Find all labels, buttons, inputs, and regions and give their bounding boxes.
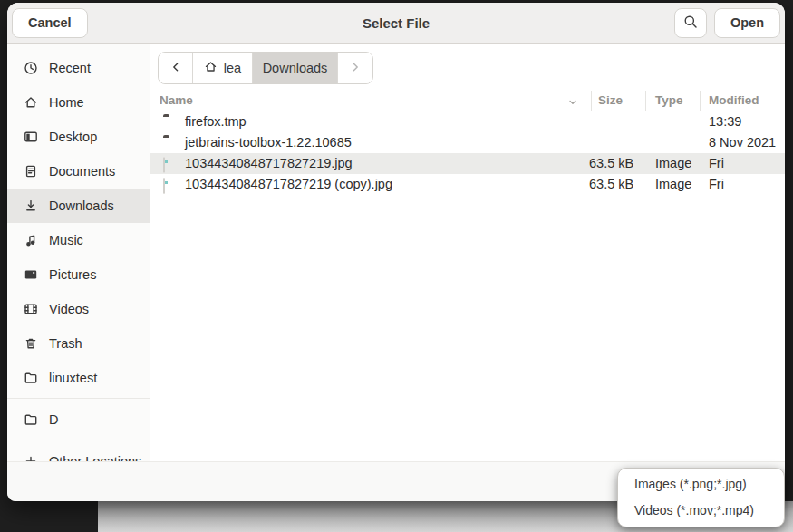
sidebar-item-music[interactable]: Music (7, 223, 150, 257)
sidebar-item-d[interactable]: D (7, 402, 150, 437)
file-filter-popup: Images (*.png;*.jpg) Videos (*.mov;*.mp4… (617, 468, 785, 527)
list-header: Name Size Type Modified (150, 91, 785, 111)
column-divider (591, 91, 592, 111)
sidebar-item-videos[interactable]: Videos (7, 292, 150, 326)
column-header-name[interactable]: Name (160, 91, 193, 111)
chevron-right-icon (349, 61, 362, 76)
sidebar-item-linuxtest[interactable]: linuxtest (7, 361, 150, 395)
sidebar-item-desktop[interactable]: Desktop (7, 120, 150, 154)
search-button[interactable] (674, 8, 707, 38)
sidebar-item-label: Desktop (49, 130, 97, 144)
sidebar-item-label: D (49, 412, 58, 427)
header-bar: Cancel Select File Open (7, 3, 785, 44)
content-pane: lea Downloads Name Size (150, 44, 785, 461)
file-modified: 8 Nov 2021 (709, 132, 776, 153)
sidebar-separator (7, 440, 150, 440)
sidebar-item-pictures[interactable]: Pictures (7, 257, 150, 292)
document-icon (24, 164, 38, 179)
filter-option-videos[interactable]: Videos (*.mov;*.mp4) (618, 498, 784, 524)
clock-icon (24, 61, 38, 75)
sidebar-item-label: Downloads (49, 198, 114, 213)
column-header-type[interactable]: Type (655, 91, 683, 111)
forward-button[interactable] (338, 53, 372, 83)
file-modified: Fri (709, 174, 724, 195)
sidebar-item-trash[interactable]: Trash (7, 326, 150, 361)
folder-icon (24, 371, 38, 385)
column-divider (700, 91, 701, 111)
sidebar-item-label: Recent (49, 61, 91, 75)
sidebar-item-label: Other Locations (49, 454, 141, 461)
open-button[interactable]: Open (714, 8, 780, 38)
path-bar: lea Downloads (158, 52, 373, 84)
music-note-icon (24, 233, 38, 247)
filter-option-images[interactable]: Images (*.png;*.jpg) (618, 471, 784, 498)
sidebar-item-downloads[interactable]: Downloads (7, 189, 150, 223)
file-list: firefox.tmp 13:39 jetbrains-toolbox-1.22… (150, 111, 785, 195)
file-row-selected[interactable]: 10344340848717827219.jpg 63.5 kB Image F… (150, 153, 785, 174)
file-name: 10344340848717827219.jpg (185, 153, 353, 174)
file-row[interactable]: jetbrains-toolbox-1.22.10685 8 Nov 2021 (150, 132, 785, 153)
column-header-modified[interactable]: Modified (709, 91, 759, 111)
file-chooser-dialog: Cancel Select File Open Recent (7, 3, 785, 501)
sidebar: Recent Home Desktop (7, 44, 150, 461)
cancel-button[interactable]: Cancel (12, 8, 88, 38)
folder-icon (24, 412, 38, 427)
path-segment-home[interactable]: lea (193, 53, 253, 83)
trash-icon (24, 336, 38, 351)
desktop-icon (24, 130, 38, 144)
home-icon (24, 95, 38, 110)
dialog-title: Select File (363, 15, 430, 31)
sidebar-item-documents[interactable]: Documents (7, 154, 150, 189)
picture-icon (24, 267, 38, 282)
column-header-size[interactable]: Size (598, 91, 623, 111)
path-segment-current[interactable]: Downloads (253, 53, 338, 83)
file-name: 10344340848717827219 (copy).jpg (185, 174, 392, 195)
download-icon (24, 198, 38, 213)
file-name: jetbrains-toolbox-1.22.10685 (185, 132, 352, 153)
file-size: 63.5 kB (589, 174, 633, 195)
file-name: firefox.tmp (185, 111, 247, 132)
home-icon (204, 60, 218, 76)
file-type: Image (655, 153, 691, 174)
sidebar-item-label: Home (49, 95, 84, 110)
plus-icon (24, 454, 38, 461)
search-icon (683, 15, 698, 32)
sidebar-item-label: Trash (49, 336, 82, 351)
sidebar-item-label: Music (49, 233, 83, 247)
sidebar-item-label: linuxtest (49, 371, 97, 385)
image-icon (163, 178, 165, 194)
file-modified: 13:39 (709, 111, 741, 132)
column-divider (645, 91, 646, 111)
screen: Cancel Select File Open Recent (0, 0, 793, 532)
sidebar-separator (7, 398, 150, 399)
dialog-body: Recent Home Desktop (7, 44, 785, 461)
file-row[interactable]: 10344340848717827219 (copy).jpg 63.5 kB … (150, 174, 785, 195)
sidebar-item-other-locations[interactable]: Other Locations (7, 444, 150, 461)
sidebar-item-label: Documents (49, 164, 115, 179)
image-icon (163, 157, 165, 173)
path-segment-label: lea (224, 61, 241, 75)
back-button[interactable] (159, 53, 193, 83)
sidebar-item-home[interactable]: Home (7, 85, 150, 120)
header-actions: Open (674, 8, 780, 38)
file-type: Image (655, 174, 691, 195)
chevron-left-icon (169, 61, 182, 76)
sidebar-item-recent[interactable]: Recent (7, 51, 150, 85)
sidebar-item-label: Pictures (49, 267, 96, 282)
file-size: 63.5 kB (589, 153, 633, 174)
sidebar-item-label: Videos (49, 302, 89, 316)
file-row[interactable]: firefox.tmp 13:39 (150, 111, 785, 132)
film-icon (24, 302, 38, 316)
sort-indicator-icon[interactable] (567, 96, 578, 110)
file-modified: Fri (709, 153, 724, 174)
